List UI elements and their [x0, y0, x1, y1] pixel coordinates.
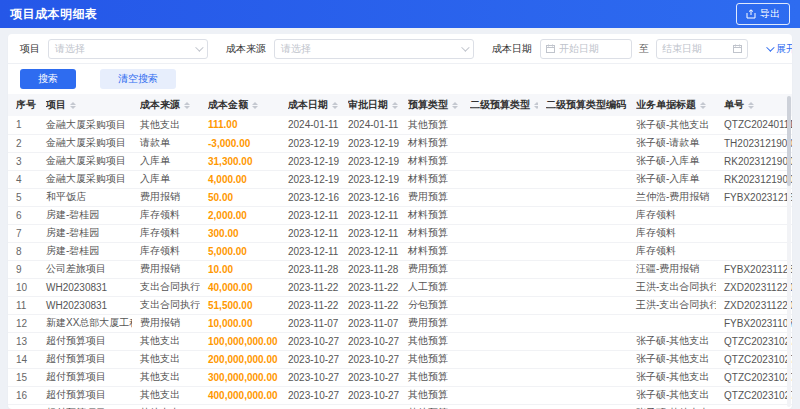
table-cell: [538, 332, 628, 350]
date-start-input[interactable]: [559, 43, 626, 54]
table-cell: WH20230831: [38, 296, 132, 314]
table-cell: 人工预算: [400, 278, 462, 296]
column-header-label: 成本金额: [208, 98, 248, 112]
sort-icon[interactable]: [392, 102, 398, 109]
table-cell: 2024-01-11: [340, 116, 400, 134]
table-cell: 40,000.00: [200, 278, 280, 296]
table-cell: [538, 260, 628, 278]
column-header-6[interactable]: 预算类型: [400, 94, 462, 116]
table-cell: [462, 224, 538, 242]
chevron-down-icon: [195, 43, 203, 51]
table-cell: 其他支出: [132, 332, 200, 350]
sort-icon[interactable]: [70, 102, 76, 109]
table-cell: 2023-10-27: [280, 350, 340, 368]
table-cell: 支出合同执行: [132, 278, 200, 296]
table-cell: 请款单: [132, 134, 200, 152]
table-cell: 支出合同执行: [132, 296, 200, 314]
table-row: 7房建-碧桂园库存领料300.002023-12-112023-12-11材料预…: [8, 224, 792, 242]
table-cell: [538, 224, 628, 242]
column-header-10[interactable]: 单号: [716, 94, 792, 116]
table-cell: [462, 206, 538, 224]
expand-filter-label: 展开筛选: [776, 42, 792, 56]
table-cell: 4: [8, 170, 38, 188]
table-cell: 15: [8, 368, 38, 386]
table-cell: 入库单: [132, 152, 200, 170]
column-header-label: 二级预算类型: [470, 98, 530, 112]
table-cell: 12: [8, 314, 38, 332]
table-cell: [462, 278, 538, 296]
column-header-3[interactable]: 成本金额: [200, 94, 280, 116]
table-cell: 7: [8, 224, 38, 242]
table-cell: 库存领料: [628, 242, 716, 260]
date-start-box[interactable]: [540, 39, 632, 59]
table-cell: 费用预算: [400, 188, 462, 206]
expand-filter-toggle[interactable]: 展开筛选: [766, 42, 792, 56]
project-select[interactable]: 请选择: [48, 39, 208, 59]
table-cell: [462, 386, 538, 404]
column-header-4[interactable]: 成本日期: [280, 94, 340, 116]
table-row: 12新建XX总部大厦工程二期费用报销10,000.002023-11-07202…: [8, 314, 792, 332]
column-header-1[interactable]: 项目: [38, 94, 132, 116]
actions-bar: 搜索 清空搜索: [8, 64, 792, 94]
table-cell: 费用预算: [400, 260, 462, 278]
cost-source-select[interactable]: 请选择: [274, 39, 474, 59]
sort-icon[interactable]: [184, 102, 190, 109]
table-cell: [716, 206, 792, 224]
table-row: 11WH20230831支出合同执行51,500.002023-11-22202…: [8, 296, 792, 314]
export-button[interactable]: 导出: [736, 3, 790, 25]
table-cell: 2023-11-22: [340, 278, 400, 296]
sort-icon[interactable]: [452, 102, 458, 109]
table-cell: 2023-12-11: [340, 206, 400, 224]
table-cell: [538, 350, 628, 368]
table-cell: 2023-10-27: [340, 350, 400, 368]
table-cell: ZXD20231122001: [716, 296, 792, 314]
table-cell: 其他预算: [400, 368, 462, 386]
table-cell: 和平饭店: [38, 188, 132, 206]
table-cell: 16: [8, 386, 38, 404]
date-end-box[interactable]: [656, 39, 748, 59]
table-cell: [462, 404, 538, 409]
table-cell: [462, 314, 538, 332]
column-header-8[interactable]: 二级预算类型编码: [538, 94, 628, 116]
calendar-icon: [733, 44, 742, 53]
table-cell: 2023-10-27: [340, 404, 400, 409]
column-header-5[interactable]: 审批日期: [340, 94, 400, 116]
table-row: 16超付预算项目其他支出400,000,000.002023-10-272023…: [8, 386, 792, 404]
table-cell: FYBX20231107001: [716, 314, 792, 332]
table-cell: 分包预算: [400, 296, 462, 314]
column-header-9[interactable]: 业务单据标题: [628, 94, 716, 116]
sort-icon[interactable]: [252, 102, 258, 109]
date-end-input[interactable]: [662, 43, 729, 54]
sort-icon[interactable]: [332, 102, 338, 109]
table-cell: 2023-12-19: [280, 152, 340, 170]
table-cell: 2023-11-22: [340, 296, 400, 314]
vertical-scrollbar[interactable]: [787, 96, 791, 407]
clear-search-button[interactable]: 清空搜索: [100, 69, 176, 89]
cost-date-filter-label: 成本日期: [492, 42, 532, 56]
table-cell: 2023-10-27: [340, 386, 400, 404]
table-cell: 金融大厦采购项目: [38, 152, 132, 170]
table-cell: 材料预算: [400, 224, 462, 242]
sort-icon[interactable]: [700, 102, 706, 109]
table-cell: 材料预算: [400, 152, 462, 170]
scrollbar-thumb[interactable]: [787, 96, 791, 186]
table-cell: [462, 368, 538, 386]
table-cell: 2023-11-07: [340, 314, 400, 332]
search-button[interactable]: 搜索: [20, 69, 76, 89]
column-header-7[interactable]: 二级预算类型: [462, 94, 538, 116]
table-cell: 其他预算: [400, 116, 462, 134]
table-cell: 费用报销: [132, 260, 200, 278]
table-cell: 300.00: [200, 224, 280, 242]
column-header-label: 审批日期: [348, 98, 388, 112]
table-cell: 2023-12-16: [280, 188, 340, 206]
table-row: 4金融大厦采购项目入库单4,000.002023-12-192023-12-19…: [8, 170, 792, 188]
calendar-icon: [546, 44, 555, 53]
export-icon: [746, 9, 756, 19]
sort-icon[interactable]: [534, 102, 538, 109]
table-cell: [538, 314, 628, 332]
column-header-2[interactable]: 成本来源: [132, 94, 200, 116]
table-cell: 2023-12-11: [280, 242, 340, 260]
table-cell: 10.00: [200, 260, 280, 278]
content-card: 项目 请选择 成本来源 请选择 成本日期 至: [8, 34, 792, 409]
sort-icon[interactable]: [748, 102, 754, 109]
